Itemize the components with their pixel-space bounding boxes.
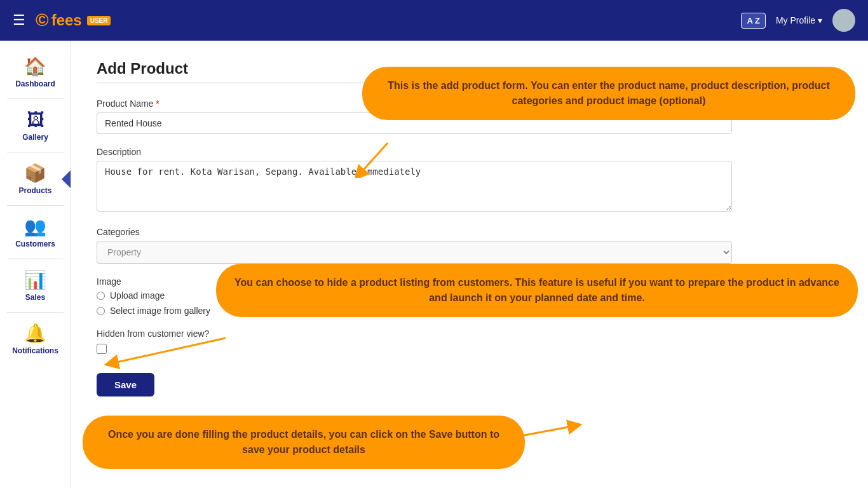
sidebar: 🏠 Dashboard 🖼 Gallery 📦 Products 👥 Custo… — [0, 41, 71, 488]
sales-icon: 📊 — [24, 269, 46, 290]
logo-c-icon: © — [36, 10, 49, 30]
sidebar-label-sales: Sales — [25, 293, 45, 302]
sidebar-label-gallery: Gallery — [22, 133, 48, 142]
sidebar-label-customers: Customers — [15, 240, 55, 248]
save-button[interactable]: Save — [97, 373, 154, 396]
select-gallery-label: Select image from gallery — [110, 306, 210, 316]
upload-image-label: Upload image — [110, 290, 165, 301]
categories-select[interactable]: Property Other — [97, 241, 732, 264]
svg-line-2 — [524, 426, 575, 435]
sidebar-item-sales[interactable]: 📊 Sales — [0, 261, 71, 311]
home-icon: 🏠 — [24, 56, 46, 77]
svg-line-1 — [111, 338, 226, 363]
sidebar-label-products: Products — [18, 186, 51, 195]
logo-text: fees — [51, 11, 82, 29]
sidebar-item-dashboard[interactable]: 🏠 Dashboard — [0, 47, 71, 97]
tooltip-1: This is the add product form. You can en… — [362, 67, 855, 120]
notifications-icon: 🔔 — [24, 323, 46, 344]
categories-label: Categories — [97, 227, 843, 237]
description-group: Description House for rent. Kota Warisan… — [97, 147, 843, 214]
tooltip2-arrow — [98, 332, 238, 370]
select-gallery-radio[interactable] — [97, 307, 105, 315]
avatar — [832, 9, 855, 32]
sidebar-item-customers[interactable]: 👥 Customers — [0, 207, 71, 257]
description-textarea[interactable]: House for rent. Kota Warisan, Sepang. Av… — [97, 161, 732, 212]
upload-image-radio[interactable] — [97, 292, 105, 300]
customers-icon: 👥 — [24, 216, 46, 237]
my-profile-button[interactable]: My Profile ▾ — [776, 15, 822, 25]
user-badge: USER — [87, 16, 111, 25]
tooltip1-arrow — [353, 140, 391, 178]
hamburger-menu[interactable]: ☰ — [13, 12, 25, 29]
products-icon: 📦 — [24, 163, 46, 184]
nav-right: A Z My Profile ▾ — [741, 9, 855, 32]
top-nav: ☰ © fees USER A Z My Profile ▾ — [0, 0, 868, 41]
sidebar-item-products[interactable]: 📦 Products — [0, 154, 71, 204]
logo: © fees USER — [36, 10, 111, 30]
tooltip-3: Once you are done filling the product de… — [83, 416, 525, 469]
svg-line-0 — [359, 143, 388, 175]
sidebar-item-notifications[interactable]: 🔔 Notifications — [0, 314, 71, 364]
sidebar-label-dashboard: Dashboard — [15, 79, 55, 88]
tooltip-2: You can choose to hide a product listing… — [216, 264, 858, 317]
categories-group: Categories Property Other — [97, 227, 843, 264]
description-label: Description — [97, 147, 843, 157]
az-badge: A Z — [741, 13, 765, 29]
sidebar-item-gallery[interactable]: 🖼 Gallery — [0, 100, 71, 151]
sidebar-label-notifications: Notifications — [12, 346, 58, 355]
tooltip3-arrow — [521, 416, 597, 454]
gallery-icon: 🖼 — [27, 109, 44, 130]
